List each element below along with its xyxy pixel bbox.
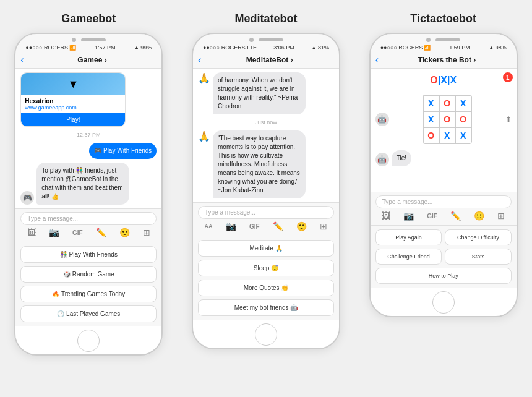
ttt-status-bar: ●●○○○ ROGERS 📶 1:59 PM ▲ 98% — [378, 43, 509, 52]
home-button[interactable] — [77, 330, 100, 352]
med-emoji-icon[interactable]: 🙂 — [296, 221, 307, 231]
ttt-status-right: ▲ 98% — [489, 45, 507, 51]
med-status-right: ▲ 81% — [311, 45, 329, 51]
apps-icon[interactable]: ⊞ — [143, 228, 150, 237]
share-icon[interactable]: ⬆ — [505, 115, 512, 124]
speaker-bar — [81, 38, 106, 41]
qr-random-game[interactable]: 🎲 Random Game — [20, 266, 157, 283]
card-link[interactable]: www.gameeapp.com — [25, 105, 121, 111]
carrier: ●●○○○ ROGERS — [25, 45, 68, 51]
qr-play-friends[interactable]: 👫 Play With Friends — [20, 246, 157, 263]
ttt-cell-00[interactable]: X — [423, 95, 439, 111]
ttt-cell-12[interactable]: O — [455, 111, 471, 127]
meditatebot-toolbar: AA 📷 GIF ✏️ 🙂 ⊞ — [198, 219, 334, 233]
ttt-draw-icon[interactable]: ✏️ — [450, 211, 461, 221]
ttt-cell-10[interactable]: X — [423, 111, 439, 127]
med-gif-icon[interactable]: GIF — [249, 223, 260, 230]
ttt-side-icons: ⬆ — [505, 115, 512, 124]
ttt-status-left: ●●○○○ ROGERS 📶 — [380, 45, 431, 51]
meditatebot-input-area: Type a message... AA 📷 GIF ✏️ 🙂 ⊞ — [193, 202, 339, 236]
med-camera-icon[interactable]: 📷 — [226, 221, 236, 231]
ttt-tie-avatar: 🤖 — [375, 153, 389, 166]
emoji-icon[interactable]: 🙂 — [119, 228, 130, 237]
qr-last-played[interactable]: 🕐 Last Played Games — [20, 305, 157, 322]
ttt-home-button[interactable] — [432, 291, 455, 314]
gameebot-input-area: Type a message... 🖼 📷 GIF ✏️ 🙂 ⊞ — [15, 208, 161, 242]
draw-icon[interactable]: ✏️ — [96, 228, 106, 237]
med-back-button[interactable]: ‹ — [198, 54, 201, 66]
qr-more-quotes[interactable]: More Quotes 👏 — [198, 280, 334, 296]
camera-dot — [72, 38, 76, 42]
med-signal: ▲ — [311, 45, 317, 51]
ttt-stats[interactable]: Stats — [445, 249, 512, 265]
med-aa-icon[interactable]: AA — [205, 223, 213, 229]
ttt-carrier: ●●○○○ ROGERS — [380, 45, 423, 51]
gameebot-top: ●●○○○ ROGERS 📶 1:57 PM ▲ 99% — [15, 34, 161, 52]
bot-bubble-1: To play with 👫 friends, just mention @Ga… — [36, 163, 129, 205]
ttt-bot-avatar: 🤖 — [375, 113, 389, 126]
ttt-challenge-friend[interactable]: Challenge Friend — [375, 249, 442, 265]
ttt-cell-20[interactable]: O — [423, 127, 439, 143]
med-home-button[interactable] — [255, 323, 277, 346]
med-quote-top: 🙏 of harmony. When we don't struggle aga… — [198, 72, 334, 114]
tictactoebot-title: Tictactoebot — [410, 12, 476, 25]
ttt-emoji-icon[interactable]: 🙂 — [474, 211, 484, 221]
tictactoebot-frame: ●●○○○ ROGERS 📶 1:59 PM ▲ 98% ‹ Tickers t… — [369, 33, 518, 317]
ttt-chat: 1 O|X|X 🤖 X O X X O O — [371, 69, 517, 192]
med-bubble-top: of harmony. When we don't struggle again… — [213, 72, 306, 114]
tictactoebot-top: ●●○○○ ROGERS 📶 1:59 PM ▲ 98% — [371, 34, 517, 52]
ttt-nav: ‹ Tickers the Bot › — [371, 52, 517, 69]
meditatebot-input[interactable]: Type a message... — [198, 206, 334, 219]
ttt-apps-icon[interactable]: ⊞ — [497, 211, 505, 221]
med-timestamp: Just now — [198, 119, 334, 126]
time: 1:57 PM — [95, 45, 116, 51]
med-carrier: ●●○○○ ROGERS LTE — [203, 45, 257, 51]
med-apps-icon[interactable]: ⊞ — [320, 221, 327, 231]
ttt-badge: 1 — [503, 72, 513, 82]
ttt-cell-02[interactable]: X — [455, 95, 471, 111]
qr-meditate[interactable]: Meditate 🙏 — [198, 240, 334, 257]
ttt-cell-22[interactable]: X — [455, 127, 471, 143]
ttt-back-button[interactable]: ‹ — [375, 54, 379, 66]
gameebot-status-bar: ●●○○○ ROGERS 📶 1:57 PM ▲ 99% — [23, 43, 154, 52]
card-icon: ▼ — [67, 78, 79, 91]
med-time: 3:06 PM — [273, 45, 294, 51]
battery: 99% — [140, 45, 152, 51]
ttt-bot-avatar-row: 🤖 — [375, 113, 389, 126]
gameebot-input[interactable]: Type a message... — [20, 212, 157, 225]
back-button[interactable]: ‹ — [20, 54, 24, 66]
image-icon[interactable]: 🖼 — [27, 228, 36, 237]
ttt-image-icon[interactable]: 🖼 — [382, 211, 390, 221]
camera-icon[interactable]: 📷 — [49, 228, 59, 237]
qr-meet-bots[interactable]: Meet my bot friends 🤖 — [198, 299, 334, 316]
ttt-play-again[interactable]: Play Again — [375, 229, 442, 245]
ttt-cell-21[interactable]: X — [439, 127, 455, 143]
card-image: ▼ — [21, 73, 125, 95]
ttt-battery: 98% — [496, 45, 507, 51]
gameebot-chat: ▼ Hexatrion www.gameeapp.com Play! 12:37… — [15, 69, 161, 208]
ttt-camera-icon[interactable]: 📷 — [403, 211, 414, 221]
ttt-gif-icon[interactable]: GIF — [427, 213, 437, 220]
med-draw-icon[interactable]: ✏️ — [273, 221, 283, 231]
ttt-change-difficulty[interactable]: Change Difficulty — [445, 229, 512, 245]
card-play-btn[interactable]: Play! — [21, 113, 125, 126]
gamee-card: ▼ Hexatrion www.gameeapp.com Play! — [20, 72, 126, 127]
ttt-how-to-play[interactable]: How to Play — [375, 268, 512, 284]
qr-sleep[interactable]: Sleep 😴 — [198, 260, 334, 276]
ttt-camera-dot — [426, 38, 431, 42]
card-title: Hexatrion — [25, 98, 121, 105]
ttt-quick-replies: Play Again Change Difficulty Challenge F… — [371, 225, 517, 288]
ttt-toolbar: 🖼 📷 GIF ✏️ 🙂 ⊞ — [375, 208, 512, 222]
ttt-home — [371, 288, 517, 316]
ttt-tie-bubble: Tie! — [392, 150, 411, 166]
ttt-cell-01[interactable]: O — [439, 95, 455, 111]
ttt-cell-11[interactable]: O — [439, 111, 455, 127]
med-emoji-1: 🙏 — [198, 72, 210, 84]
gif-icon[interactable]: GIF — [72, 229, 83, 236]
timestamp-1: 12:37 PM — [20, 132, 157, 138]
ttt-time: 1:59 PM — [449, 45, 470, 51]
ttt-input[interactable]: Type a message... — [375, 195, 512, 208]
qr-trending[interactable]: 🔥 Trending Games Today — [20, 286, 157, 302]
meditatebot-notch — [249, 38, 283, 42]
med-bubble-quote: "The best way to capture moments is to p… — [213, 130, 306, 198]
